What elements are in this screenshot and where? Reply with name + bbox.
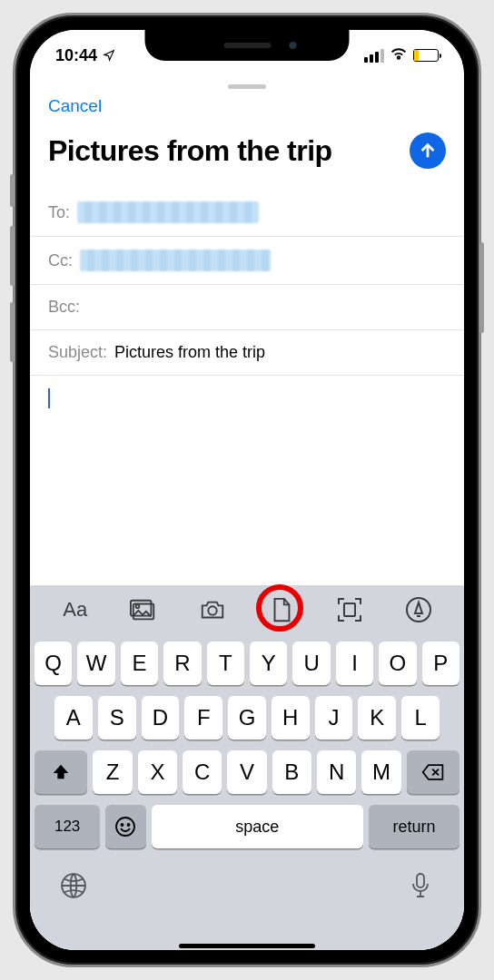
keyboard-row-4: 123 space return [35,805,459,848]
wifi-icon [390,46,408,65]
key-g[interactable]: G [228,696,266,740]
to-field[interactable]: To: [30,189,464,237]
key-w[interactable]: W [77,642,114,685]
location-icon [103,49,115,62]
subject-label: Subject: [48,343,107,362]
svg-point-2 [136,604,140,608]
numeric-key[interactable]: 123 [35,805,100,848]
space-key[interactable]: space [152,805,363,848]
return-key[interactable]: return [369,805,459,848]
mute-switch [10,174,15,207]
send-button[interactable] [410,132,446,169]
key-k[interactable]: K [358,696,396,740]
status-time: 10:44 [55,46,97,65]
key-m[interactable]: M [361,750,400,794]
key-x[interactable]: X [138,750,177,794]
svg-point-3 [208,606,216,614]
cellular-icon [364,49,384,63]
cancel-button[interactable]: Cancel [48,96,102,116]
to-label: To: [48,203,70,222]
svg-point-7 [122,824,124,826]
delete-key[interactable] [407,750,459,794]
scan-document-button[interactable] [326,590,373,630]
photos-button[interactable] [120,590,167,630]
key-o[interactable]: O [379,642,416,685]
keyboard-row-2: A S D F G H J K L [35,696,459,740]
key-p[interactable]: P [422,642,459,685]
bcc-label: Bcc: [48,298,80,317]
cc-field[interactable]: Cc: [30,237,464,285]
key-s[interactable]: S [98,696,136,740]
key-y[interactable]: Y [250,642,287,685]
subject-value: Pictures from the trip [114,343,265,362]
phone-frame: 10:44 Cancel Pictures from the trip [13,13,481,967]
svg-point-6 [116,818,134,836]
keyboard-row-1: Q W E R T Y U I O P [35,642,459,685]
keyboard: Q W E R T Y U I O P A S D F G H [30,634,464,950]
shift-key[interactable] [35,750,87,794]
message-body[interactable] [30,376,464,421]
cc-value-redacted [80,250,271,271]
key-j[interactable]: J [315,696,353,740]
compose-sheet: Cancel Pictures from the trip To: Cc: Bc… [30,84,464,950]
key-l[interactable]: L [401,696,440,740]
markup-button[interactable] [395,590,442,630]
dictation-key[interactable] [407,872,434,903]
key-z[interactable]: Z [93,750,132,794]
notch [145,30,350,61]
keyboard-bottom-row [35,859,459,916]
key-n[interactable]: N [317,750,356,794]
key-r[interactable]: R [163,642,201,685]
subject-field[interactable]: Subject: Pictures from the trip [30,330,464,376]
key-e[interactable]: E [121,642,158,685]
to-value-redacted [77,201,259,223]
key-v[interactable]: V [227,750,266,794]
cc-label: Cc: [48,251,73,270]
keyboard-accessory-bar: Aa [30,585,464,634]
attach-document-button[interactable] [258,590,305,630]
svg-point-8 [128,824,130,826]
camera-button[interactable] [189,590,236,630]
volume-down-button [10,302,15,362]
bcc-field[interactable]: Bcc: [30,285,464,330]
key-f[interactable]: F [184,696,222,740]
compose-title: Pictures from the trip [48,134,332,168]
key-h[interactable]: H [272,696,310,740]
format-button[interactable]: Aa [52,590,99,630]
power-button [479,242,484,333]
key-i[interactable]: I [336,642,373,685]
emoji-key[interactable] [105,805,145,848]
key-a[interactable]: A [54,696,93,740]
key-t[interactable]: T [207,642,244,685]
globe-key[interactable] [60,872,87,903]
svg-rect-10 [417,874,424,887]
key-c[interactable]: C [183,750,222,794]
svg-rect-4 [344,603,355,616]
screen: 10:44 Cancel Pictures from the trip [30,30,464,950]
key-u[interactable]: U [292,642,330,685]
text-cursor [48,388,50,408]
battery-icon [413,49,439,62]
volume-up-button [10,226,15,286]
home-indicator[interactable] [179,944,315,948]
key-q[interactable]: Q [35,642,72,685]
keyboard-row-3: Z X C V B N M [35,750,459,794]
key-b[interactable]: B [272,750,311,794]
key-d[interactable]: D [142,696,180,740]
